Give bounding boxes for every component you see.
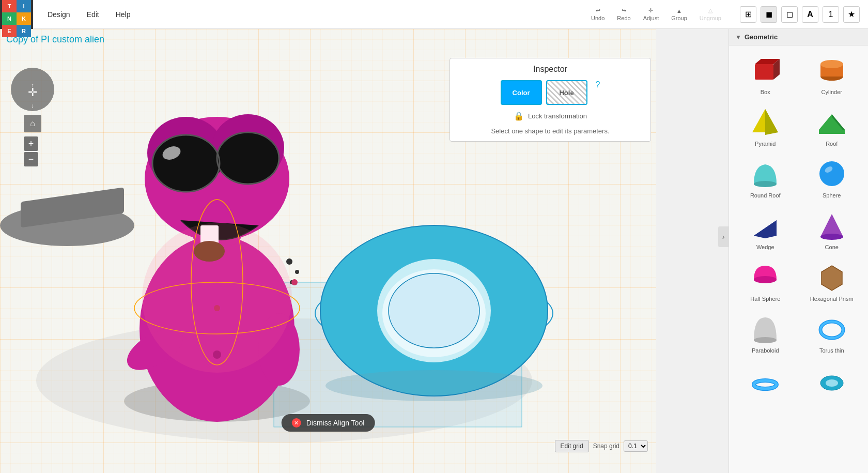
svg-point-14 (389, 273, 479, 348)
undo-icon: ↩ (596, 7, 600, 14)
dismiss-align-tool[interactable]: ✕ Dismiss Align Tool (282, 414, 375, 432)
lock-label: Lock transformation (528, 112, 587, 120)
shape-14[interactable] (800, 360, 864, 403)
redo-button[interactable]: ↪ Redo (617, 7, 630, 21)
shape-paraboloid-preview (749, 312, 782, 345)
shape-cone-label: Cone (825, 244, 839, 250)
shape-half-sphere-preview (749, 261, 782, 294)
number-button[interactable]: 1 (823, 6, 839, 23)
inspector-buttons: Color Hole ? (456, 80, 644, 105)
shape-paraboloid[interactable]: Paraboloid (733, 308, 798, 358)
svg-point-41 (213, 350, 221, 359)
shapes-panel-title: Geometric (745, 33, 778, 41)
shape-cylinder[interactable]: Cylinder (800, 50, 864, 99)
shape-sphere-preview (815, 157, 848, 190)
shape-box-preview (749, 54, 782, 87)
svg-text:↓: ↓ (31, 102, 34, 109)
shape-hex-prism-preview (815, 261, 848, 294)
shape-box[interactable]: Box (733, 50, 798, 99)
svg-point-38 (142, 223, 292, 373)
shape-sphere[interactable]: Sphere (800, 153, 864, 203)
svg-point-69 (826, 379, 838, 387)
shape-torus-thin[interactable]: Torus thin (800, 308, 864, 358)
svg-point-67 (754, 380, 777, 389)
inspector-title: Inspector (456, 65, 644, 74)
shape-cylinder-label: Cylinder (822, 89, 842, 95)
solid-view-button[interactable]: ◼ (761, 6, 777, 23)
nav-controls: ↑ ✛ ↓ ⌂ + − (9, 66, 56, 166)
canvas-area[interactable]: Copy of PI custom alien ↑ ✛ ↓ ⌂ + − (0, 29, 656, 473)
shapes-panel-header: ▼ Geometric (729, 29, 868, 45)
logo-n: N (2, 12, 17, 25)
redo-icon: ↪ (622, 7, 626, 14)
snap-grid-label: Snap grid (593, 443, 619, 450)
svg-point-34 (295, 270, 299, 274)
edit-grid-button[interactable]: Edit grid (555, 440, 589, 452)
svg-marker-61 (822, 266, 842, 291)
color-button[interactable]: Color (501, 80, 542, 105)
group-icon: ▲ (676, 8, 682, 14)
shape-hex-prism-label: Hexagonal Prism (810, 296, 854, 302)
menu-edit[interactable]: Edit (81, 7, 105, 22)
shape-roof-label: Roof (826, 141, 838, 147)
nav-menus: Design Edit Help (33, 7, 145, 22)
zoom-out-button[interactable]: − (24, 152, 38, 166)
hole-button[interactable]: Hole (546, 80, 587, 105)
topbar: T I N K E R Design Edit Help ↩ Undo ↪ Re… (0, 0, 868, 29)
shape-pyramid-label: Pyramid (755, 141, 776, 147)
grid-view-button[interactable]: ⊞ (740, 6, 756, 23)
panel-toggle[interactable]: › (718, 226, 729, 247)
group-button[interactable]: ▲ Group (671, 8, 687, 21)
shapes-grid: Box Cylinder Pyramid (729, 45, 868, 407)
ungroup-button[interactable]: △ Ungroup (700, 7, 721, 21)
lock-row: 🔒 Lock transformation (456, 111, 644, 121)
shape-pyramid[interactable]: Pyramid (733, 101, 798, 151)
svg-point-39 (214, 305, 220, 311)
shape-wedge[interactable]: Wedge (733, 205, 798, 254)
shape-wedge-preview (749, 209, 782, 242)
text-button[interactable]: A (802, 6, 818, 23)
shape-wedge-label: Wedge (756, 244, 774, 250)
grid-controls: Edit grid Snap grid 0.1 0.5 1.0 (555, 440, 648, 452)
svg-text:✛: ✛ (28, 86, 37, 99)
snap-grid-select[interactable]: 0.1 0.5 1.0 (624, 440, 648, 452)
dismiss-icon: ✕ (292, 418, 301, 428)
inspector-panel: Inspector Color Hole ? 🔒 Lock transforma… (450, 58, 651, 142)
shape-round-roof-preview (749, 157, 782, 190)
shape-half-sphere-label: Half Sphere (750, 296, 780, 302)
inspector-help[interactable]: ? (596, 80, 600, 105)
shape-round-roof[interactable]: Round Roof (733, 153, 798, 203)
wireframe-view-button[interactable]: ◻ (781, 6, 798, 23)
undo-button[interactable]: ↩ Undo (591, 7, 605, 21)
adjust-icon: ✛ (648, 7, 653, 14)
zoom-in-button[interactable]: + (24, 136, 38, 151)
svg-marker-58 (820, 214, 843, 237)
svg-marker-49 (765, 109, 778, 135)
shape-hex-prism[interactable]: Hexagonal Prism (800, 256, 864, 306)
svg-rect-52 (819, 130, 845, 134)
logo-e: E (2, 25, 17, 37)
logo-k: K (17, 12, 31, 25)
logo-i: I (17, 0, 31, 12)
shape-14-preview (815, 364, 848, 397)
adjust-button[interactable]: ✛ Adjust (643, 7, 659, 21)
menu-help[interactable]: Help (110, 7, 137, 22)
logo-r: R (17, 25, 31, 37)
shape-13[interactable] (733, 360, 798, 403)
shape-pyramid-preview (749, 105, 782, 139)
shape-cone[interactable]: Cone (800, 205, 864, 254)
shape-roof-preview (815, 105, 848, 139)
svg-point-63 (754, 337, 777, 343)
svg-point-54 (819, 161, 844, 186)
shape-half-sphere[interactable]: Half Sphere (733, 256, 798, 306)
home-button[interactable]: ⌂ (24, 115, 41, 132)
logo[interactable]: T I N K E R (0, 0, 33, 29)
shape-sphere-label: Sphere (823, 192, 841, 199)
nav-cube[interactable]: ↑ ✛ ↓ (9, 66, 56, 113)
shape-torus-thin-label: Torus thin (819, 347, 844, 354)
shape-roof[interactable]: Roof (800, 101, 864, 151)
inspector-hint: Select one shape to edit its parameters. (456, 127, 644, 135)
menu-design[interactable]: Design (41, 7, 76, 22)
star-button[interactable]: ★ (843, 6, 860, 23)
svg-point-33 (286, 258, 292, 265)
